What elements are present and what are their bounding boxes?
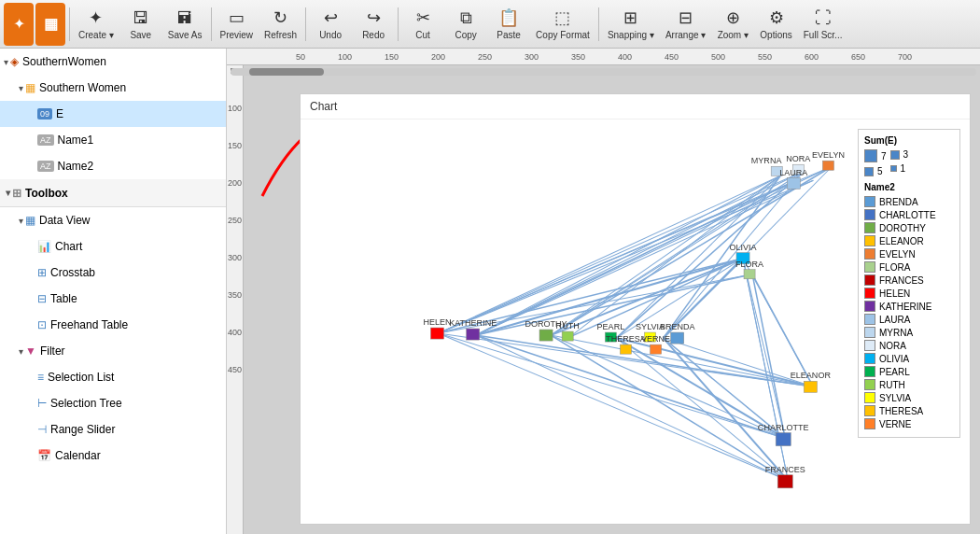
lb-ruth (864, 379, 875, 390)
sidebar-item-table[interactable]: ⊟ Table (0, 286, 226, 312)
canvas-content[interactable]: Chart (244, 65, 980, 534)
chart-item-icon: 📊 (37, 240, 51, 253)
filter-icon: ▼ (25, 344, 36, 358)
svg-text:FLORA: FLORA (735, 260, 763, 269)
svg-text:THERESA: THERESA (606, 334, 646, 344)
brand-button[interactable]: ▦ (35, 3, 65, 46)
toolbox-header[interactable]: ▾ ⊞ Toolbox (0, 179, 226, 207)
zoom-label: Zoom ▾ (718, 30, 749, 40)
logo-button[interactable]: ✦ (4, 3, 34, 46)
sidebar-item-e[interactable]: 09 E (0, 101, 226, 127)
sidebar-table-label: Table (50, 292, 77, 305)
svg-rect-74 (671, 332, 684, 344)
refresh-label: Refresh (264, 30, 297, 40)
sidebar-item-selection-tree[interactable]: ⊢ Selection Tree (0, 390, 226, 416)
svg-text:FRANCES: FRANCES (765, 465, 805, 474)
sidebar-e-label: E (56, 107, 63, 120)
sidebar-calendar-label: Calendar (55, 449, 101, 462)
canvas-area[interactable]: 50 100 150 200 250 300 350 400 450 500 5… (227, 49, 980, 534)
sellist-icon: ≡ (37, 371, 44, 384)
redo-button[interactable]: ↪ Redo (353, 3, 394, 46)
ruler-v-mark: 400 (228, 327, 242, 364)
ruler-mark: 450 (634, 52, 680, 62)
separator-4 (398, 7, 399, 41)
legend-verne: VERNE (864, 418, 954, 429)
copy-format-button[interactable]: ⬚ Copy Format (531, 3, 595, 46)
preview-label: Preview (220, 30, 254, 40)
undo-label: Undo (319, 30, 342, 40)
paste-button[interactable]: 📋 Paste (488, 3, 529, 46)
lb-evelyn (864, 248, 875, 260)
copy-format-label: Copy Format (536, 30, 590, 40)
logo-icon: ✦ (13, 15, 25, 33)
tag-az-2: AZ (37, 161, 54, 172)
fullscreen-button[interactable]: ⛶ Full Scr... (799, 3, 847, 46)
sidebar-item-name2[interactable]: AZ Name2 (0, 153, 226, 179)
cut-button[interactable]: ✂ Cut (402, 3, 443, 46)
sidebar-sw-label: Southern Women (39, 81, 126, 94)
preview-button[interactable]: ▭ Preview (216, 3, 259, 46)
chart-legend: Sum(E) 7 5 (858, 129, 960, 438)
lb-myrna (864, 327, 875, 338)
legend-theresa: THERESA (864, 405, 954, 416)
legend-sylvia: SYLVIA (864, 392, 954, 403)
ruler-mark: 150 (354, 52, 400, 62)
copy-icon: ⧉ (460, 8, 472, 28)
sidebar-item-chart[interactable]: 📊 Chart (0, 233, 226, 260)
svg-rect-80 (804, 381, 817, 392)
save-as-button[interactable]: 🖬 Save As (163, 3, 207, 46)
scrollbar-track[interactable] (231, 68, 976, 76)
legend-flora: FLORA (864, 261, 954, 273)
svg-text:BRENDA: BRENDA (660, 322, 695, 331)
chart-panel[interactable]: Chart (300, 93, 971, 525)
save-button[interactable]: 🖫 Save (120, 3, 161, 46)
svg-line-49 (743, 259, 788, 481)
scrollbar-thumb[interactable] (249, 68, 324, 76)
copy-button[interactable]: ⧉ Copy (445, 3, 486, 46)
legend-size-3: 3 (890, 149, 909, 160)
zoom-button[interactable]: ⊕ Zoom ▾ (712, 3, 753, 46)
sidebar-item-freehand[interactable]: ⊡ Freehand Table (0, 312, 226, 338)
ruler-mark: 550 (727, 52, 774, 62)
sidebar-item-selection-list[interactable]: ≡ Selection List (0, 364, 226, 390)
svg-text:MYRNA: MYRNA (751, 156, 782, 165)
sidebar-item-range-slider[interactable]: ⊣ Range Slider (0, 416, 226, 443)
sidebar-dataview[interactable]: ▾ ▦ Data View (0, 207, 226, 233)
sidebar-item-name1[interactable]: AZ Name1 (0, 127, 226, 153)
create-button[interactable]: ✦ Create ▾ (74, 3, 119, 46)
legend-brenda: BRENDA (864, 196, 954, 207)
options-button[interactable]: ⚙ Options (755, 3, 796, 46)
calendar-icon: 📅 (37, 449, 51, 462)
freehand-icon: ⊡ (37, 318, 47, 331)
sidebar-name1-label: Name1 (58, 134, 94, 147)
sidebar-item-calendar[interactable]: 📅 Calendar (0, 443, 226, 469)
toolbox-expand-icon: ▾ (6, 188, 10, 198)
snapping-button[interactable]: ⊞ Snapping ▾ (603, 3, 659, 46)
copy-label: Copy (455, 30, 476, 40)
ruler-mark: 200 (400, 52, 447, 62)
undo-button[interactable]: ↩ Undo (310, 3, 351, 46)
sidebar-item-crosstab[interactable]: ⊞ Crosstab (0, 260, 226, 286)
undo-icon: ↩ (324, 7, 338, 28)
snapping-label: Snapping ▾ (608, 30, 654, 40)
legend-box-7 (864, 149, 877, 162)
svg-text:OLIVIA: OLIVIA (729, 243, 756, 252)
svg-text:NORA: NORA (786, 154, 810, 163)
fullscreen-label: Full Scr... (804, 30, 843, 40)
svg-text:CHARLOTTE: CHARLOTTE (758, 423, 809, 432)
legend-olivia: OLIVIA (864, 353, 954, 364)
sidebar-root-item[interactable]: ▾ ◈ SouthernWomen (0, 49, 226, 75)
legend-dorothy: DOROTHY (864, 222, 954, 233)
expand-icon: ▾ (4, 57, 8, 67)
tag-az-1: AZ (37, 134, 54, 146)
ruler-top: 50 100 150 200 250 300 350 400 450 500 5… (227, 49, 980, 65)
svg-text:VERNE: VERNE (641, 334, 670, 344)
sw-folder-icon: ▦ (25, 81, 35, 94)
toolbar: ✦ ▦ ✦ Create ▾ 🖫 Save 🖬 Save As ▭ Previe… (0, 0, 980, 49)
sidebar-filter[interactable]: ▾ ▼ Filter (0, 338, 226, 364)
separator-2 (211, 7, 212, 41)
refresh-button[interactable]: ↻ Refresh (259, 3, 301, 46)
sidebar-item-southern-women[interactable]: ▾ ▦ Southern Women (0, 75, 226, 101)
table-icon: ⊟ (37, 292, 47, 305)
arrange-button[interactable]: ⊟ Arrange ▾ (661, 3, 710, 46)
